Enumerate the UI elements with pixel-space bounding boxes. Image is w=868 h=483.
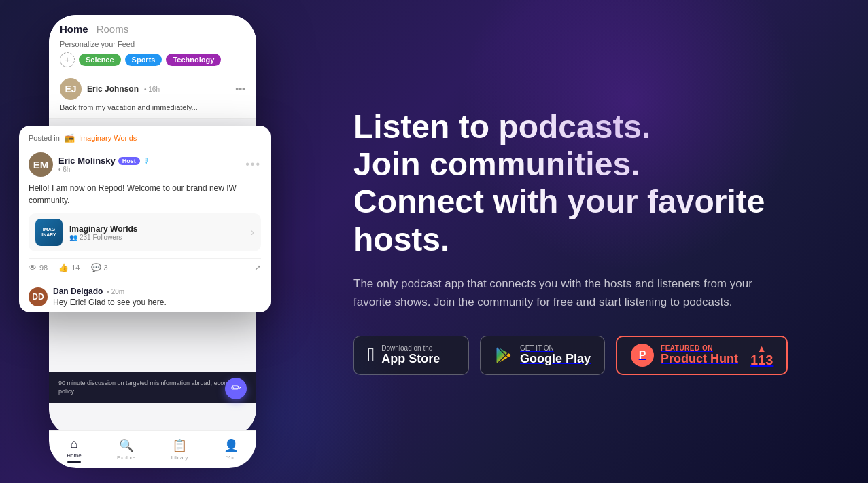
stat-comments[interactable]: 💬 3 <box>91 263 108 272</box>
stat-share[interactable]: ↗ <box>254 263 261 272</box>
podcast-banner: 90 minute discussion on targeted misinfo… <box>49 372 256 403</box>
card-user-name-row: Eric Molinsky Host 🎙 <box>58 156 151 166</box>
cta-buttons:  Download on the App Store <box>353 336 827 375</box>
add-tag-button[interactable]: + <box>60 52 75 67</box>
post-user-row: EJ Eric Johnson • 16h ••• <box>60 78 245 100</box>
appstore-button[interactable]:  Download on the App Store <box>353 336 469 375</box>
podcast-thumb-icon: IMAGINARY <box>35 219 63 246</box>
phone-header: Home Rooms Personalize your Feed + Scien… <box>49 15 256 73</box>
card-host-name: Eric Molinsky <box>58 156 116 166</box>
nav-rooms[interactable]: Rooms <box>97 23 129 35</box>
views-count: 98 <box>39 264 48 272</box>
card-host-avatar: EM <box>29 152 53 177</box>
bottom-nav-home[interactable]: ⌂ Home <box>67 437 81 463</box>
home-nav-indicator <box>67 461 81 463</box>
explore-nav-icon: 🔍 <box>119 438 134 453</box>
card-reply: DD Dan Delgado • 20m Hey Eric! Glad to s… <box>19 281 271 312</box>
reply-user-row: Dan Delgado • 20m <box>53 287 261 296</box>
stat-likes[interactable]: 👍 14 <box>58 263 80 272</box>
home-nav-icon: ⌂ <box>70 437 77 451</box>
googleplay-text: GET IT ON Google Play <box>520 344 591 367</box>
nav-home[interactable]: Home <box>60 23 88 35</box>
ph-count: 113 <box>750 353 773 367</box>
bottom-nav-library[interactable]: 📋 Library <box>171 438 188 461</box>
card-posted-in: Posted in 📻 Imaginary Worlds <box>19 126 271 147</box>
podcast-ref-info: Imaginary Worlds 👥 231 Followers <box>69 224 251 241</box>
share-icon: ↗ <box>254 263 261 272</box>
phone-area: Home Rooms Personalize your Feed + Scien… <box>0 0 326 483</box>
preview-avatar: EJ <box>60 78 82 100</box>
googleplay-button[interactable]: GET IT ON Google Play <box>480 336 605 375</box>
appstore-big-label: App Store <box>381 352 440 367</box>
podcast-icon: 📻 <box>64 132 75 143</box>
googleplay-small-label: GET IT ON <box>520 344 591 352</box>
comments-count: 3 <box>104 264 108 272</box>
preview-time: • 16h <box>144 86 160 93</box>
verified-icon: 🎙 <box>143 156 151 166</box>
headline-line3: Connect with your favorite hosts. <box>353 183 765 257</box>
googleplay-big-label: Google Play <box>520 352 591 367</box>
card-podcast-name[interactable]: Imaginary Worlds <box>79 134 137 142</box>
tag-science[interactable]: Science <box>79 54 121 66</box>
main-subtext: The only podcast app that connects you w… <box>353 274 761 311</box>
bottom-nav-you[interactable]: 👤 You <box>224 438 239 461</box>
googleplay-icon <box>494 346 513 365</box>
explore-nav-label: Explore <box>117 454 135 461</box>
card-post: EM Eric Molinsky Host 🎙 • 6h ••• Hello! … <box>19 147 271 281</box>
card-podcast-ref[interactable]: IMAGINARY Imaginary Worlds 👥 231 Followe… <box>29 213 261 251</box>
views-icon: 👁 <box>29 263 37 272</box>
phone-card: Posted in 📻 Imaginary Worlds EM Eric Mol… <box>19 126 271 312</box>
you-nav-label: You <box>226 454 236 461</box>
card-stats: 👁 98 👍 14 💬 3 ↗ <box>29 258 261 272</box>
card-user-row: EM Eric Molinsky Host 🎙 • 6h ••• <box>29 152 261 177</box>
podcast-ref-name: Imaginary Worlds <box>69 224 251 234</box>
likes-icon: 👍 <box>58 263 69 272</box>
card-dots[interactable]: ••• <box>245 158 261 171</box>
podcast-ref-followers: 👥 231 Followers <box>69 234 251 241</box>
you-nav-icon: 👤 <box>224 438 239 453</box>
post-preview: EJ Eric Johnson • 16h ••• Back from my v… <box>49 73 256 119</box>
likes-count: 14 <box>71 264 80 272</box>
card-user-info: Eric Molinsky Host 🎙 • 6h <box>58 156 151 173</box>
ph-big-label: Product Hunt <box>661 352 738 367</box>
posted-in-label: Posted in <box>29 134 60 142</box>
reply-content: Dan Delgado • 20m Hey Eric! Glad to see … <box>53 287 261 307</box>
main-headline: Listen to podcasts. Join communities. Co… <box>353 108 827 258</box>
library-nav-icon: 📋 <box>172 438 187 453</box>
reply-text: Hey Eric! Glad to see you here. <box>53 298 261 307</box>
ph-count-area: ▲ 113 <box>750 344 773 367</box>
apple-icon:  <box>368 344 375 366</box>
host-badge: Host <box>118 157 140 165</box>
podcast-ref-arrow: › <box>251 226 254 238</box>
phone-nav: Home Rooms <box>60 23 245 35</box>
headline-line1: Listen to podcasts. <box>353 109 650 145</box>
preview-text: Back from my vacation and immediately... <box>60 103 245 113</box>
appstore-text: Download on the App Store <box>381 344 440 367</box>
headline-line2: Join communities. <box>353 146 640 182</box>
page-container: Home Rooms Personalize your Feed + Scien… <box>0 0 868 483</box>
library-nav-label: Library <box>171 454 188 461</box>
fab-button[interactable]: ✏ <box>225 378 247 399</box>
tag-sports[interactable]: Sports <box>125 54 162 66</box>
producthunt-logo: P <box>631 344 654 367</box>
card-post-text: Hello! I am now on Repod! Welcome to our… <box>29 182 261 207</box>
preview-user-name: Eric Johnson <box>87 84 139 94</box>
appstore-small-label: Download on the <box>381 344 440 352</box>
feed-label: Personalize your Feed <box>60 40 245 48</box>
podcast-banner-text: 90 minute discussion on targeted misinfo… <box>58 380 240 395</box>
tag-technology[interactable]: Technology <box>166 54 221 66</box>
home-nav-label: Home <box>67 452 81 459</box>
reply-user-name: Dan Delgado <box>53 287 103 296</box>
content-area: Listen to podcasts. Join communities. Co… <box>326 67 868 416</box>
ph-small-label: FEATURED ON <box>661 344 738 352</box>
comments-icon: 💬 <box>91 263 101 272</box>
ph-arrow-icon: ▲ <box>757 344 767 353</box>
reply-time: • 20m <box>107 288 124 296</box>
bottom-nav-explore[interactable]: 🔍 Explore <box>117 438 135 461</box>
stat-views: 👁 98 <box>29 263 48 272</box>
phone-bottom-nav: ⌂ Home 🔍 Explore 📋 Library 👤 You <box>49 430 256 468</box>
producthunt-text: FEATURED ON Product Hunt <box>661 344 738 367</box>
producthunt-button[interactable]: P FEATURED ON Product Hunt ▲ 113 <box>616 336 788 375</box>
phone-tags: + Science Sports Technology <box>60 52 245 67</box>
preview-dots[interactable]: ••• <box>235 84 245 94</box>
